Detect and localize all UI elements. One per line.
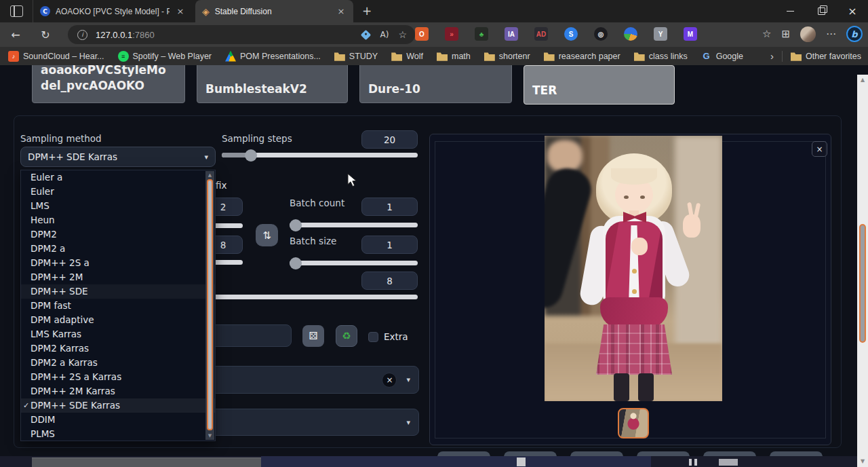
collections-icon[interactable]: ⊞ bbox=[781, 28, 790, 40]
page-scrollbar-thumb[interactable] bbox=[859, 224, 866, 343]
adblock-extension-icon[interactable]: AD bbox=[534, 27, 548, 41]
bookmarks-overflow-icon[interactable]: › bbox=[770, 50, 774, 62]
bookmark-item[interactable]: POM Presentations... bbox=[225, 51, 321, 62]
y-extension-icon[interactable]: Y bbox=[654, 27, 667, 41]
tab-close-icon[interactable]: × bbox=[336, 6, 347, 16]
scroll-up-icon[interactable]: ▲ bbox=[205, 172, 214, 178]
dropdown-option-euler-a[interactable]: Euler a bbox=[21, 170, 215, 185]
gallery-action-button[interactable] bbox=[703, 451, 756, 456]
scroll-up-icon[interactable]: ▲ bbox=[857, 77, 868, 83]
tab-stable-diffusion[interactable]: ◈ Stable Diffusion × bbox=[195, 0, 353, 22]
batch-count-slider-handle[interactable] bbox=[290, 219, 302, 231]
copilot-icon[interactable]: b bbox=[846, 26, 863, 42]
refresh-button[interactable]: ↻ bbox=[35, 29, 56, 41]
speed-extension-icon[interactable]: » bbox=[445, 27, 458, 41]
batch-size-slider-handle[interactable] bbox=[290, 257, 302, 269]
pin-extension-icon[interactable]: ◎ bbox=[594, 27, 608, 41]
workspaces-icon[interactable] bbox=[10, 5, 23, 17]
read-aloud-icon[interactable]: A) bbox=[380, 30, 389, 39]
dropdown-option-dpm-2m[interactable]: DPM++ 2M bbox=[21, 270, 215, 284]
globe-extension-icon[interactable] bbox=[624, 27, 637, 41]
sampling-method-select[interactable]: DPM++ SDE Karras ▾ bbox=[20, 147, 216, 167]
gallery-action-button[interactable] bbox=[504, 451, 557, 456]
tab-aoaoko[interactable]: C AOAOKO [PVC Style Model] - PV × bbox=[33, 0, 193, 22]
bookmark-item[interactable]: shortenr bbox=[484, 51, 530, 62]
dropdown-option-dpm2-karras[interactable]: DPM2 Karras bbox=[21, 341, 215, 356]
batch-size-input[interactable]: 1 bbox=[361, 236, 418, 254]
batch-count-slider[interactable] bbox=[290, 223, 418, 227]
close-button[interactable]: × bbox=[837, 0, 868, 22]
cfg-scale-slider[interactable] bbox=[203, 295, 418, 299]
add-favorite-icon[interactable]: ☆ bbox=[398, 29, 407, 40]
bookmark-item[interactable]: STUDY bbox=[334, 51, 378, 62]
dropdown-option-dpm-fast[interactable]: DPM fast bbox=[21, 299, 215, 313]
scroll-down-icon[interactable]: ▼ bbox=[857, 458, 868, 464]
site-info-icon[interactable]: i bbox=[77, 30, 87, 40]
dropdown-option-dpm2-a-karras[interactable]: DPM2 a Karras bbox=[21, 356, 215, 370]
ia-extension-icon[interactable]: IA bbox=[505, 27, 518, 41]
cfg-scale-input[interactable]: 8 bbox=[361, 272, 418, 290]
dropdown-option-dpm-2s-a-karras[interactable]: DPM++ 2S a Karras bbox=[21, 370, 215, 384]
dropdown-scrollbar-thumb[interactable] bbox=[207, 179, 213, 430]
dropdown-option-dpm2[interactable]: DPM2 bbox=[21, 227, 215, 242]
dropdown-option-lms[interactable]: LMS bbox=[21, 199, 215, 213]
bookmark-item[interactable]: ≡Spotify – Web Player bbox=[118, 51, 212, 62]
bookmark-item[interactable]: math bbox=[437, 51, 471, 62]
profile-avatar[interactable] bbox=[800, 26, 816, 42]
sampling-steps-input[interactable]: 20 bbox=[361, 130, 418, 149]
extra-seed-checkbox[interactable] bbox=[368, 332, 378, 342]
model-card-dure10[interactable]: Dure-10 bbox=[359, 65, 512, 103]
bookmark-item[interactable]: Wolf bbox=[391, 51, 423, 62]
gallery-thumbnail-selected[interactable] bbox=[618, 408, 649, 438]
dropdown-scrollbar[interactable]: ▲ ▼ bbox=[205, 171, 214, 440]
shopping-tag-icon[interactable] bbox=[360, 29, 371, 40]
address-bar[interactable]: i 127.0.0.1:7860 A) ☆ bbox=[68, 25, 415, 44]
gallery-action-button[interactable] bbox=[437, 451, 490, 456]
dropdown-option-dpm-2m-karras[interactable]: DPM++ 2M Karras bbox=[21, 384, 215, 398]
script-select[interactable]: ▾ bbox=[203, 409, 419, 436]
minimize-button[interactable] bbox=[774, 0, 806, 22]
new-tab-button[interactable]: + bbox=[362, 4, 372, 18]
gallery-action-button[interactable] bbox=[570, 451, 623, 456]
bookmark-item[interactable]: reasearch paper bbox=[544, 51, 620, 62]
orange-o-extension-icon[interactable]: O bbox=[415, 27, 429, 41]
green-monster-extension-icon[interactable]: ♣ bbox=[475, 27, 488, 41]
favorites-icon[interactable]: ☆ bbox=[762, 28, 771, 40]
scroll-down-icon[interactable]: ▼ bbox=[205, 433, 214, 438]
gallery-action-button[interactable] bbox=[637, 451, 690, 456]
back-button[interactable]: ← bbox=[5, 29, 26, 41]
dropdown-option-ddim[interactable]: DDIM bbox=[21, 413, 215, 427]
dropdown-option-heun[interactable]: Heun bbox=[21, 213, 215, 227]
shazam-extension-icon[interactable]: S bbox=[564, 27, 578, 41]
styles-select[interactable]: × ▾ bbox=[203, 366, 419, 394]
gallery-action-button[interactable] bbox=[770, 451, 823, 456]
page-scrollbar[interactable]: ▲ ▼ bbox=[857, 75, 868, 467]
bookmark-item[interactable]: ♪SoundCloud – Hear... bbox=[8, 51, 104, 62]
dropdown-option-dpm2-a[interactable]: DPM2 a bbox=[21, 242, 215, 256]
swap-dimensions-button[interactable]: ⇅ bbox=[256, 224, 278, 246]
dropdown-option-euler[interactable]: Euler bbox=[21, 185, 215, 199]
reuse-seed-recycle-button[interactable]: ♻ bbox=[336, 325, 357, 347]
batch-size-slider[interactable] bbox=[290, 261, 418, 265]
generated-image[interactable] bbox=[545, 136, 722, 401]
dropdown-option-dpm-sde[interactable]: DPM++ SDE bbox=[21, 284, 215, 299]
more-menu-icon[interactable]: ⋯ bbox=[826, 28, 836, 40]
model-card-aoaoko[interactable]: aoaokoPVCStyleMo del_pvcAOAOKO bbox=[32, 65, 185, 103]
dropdown-option-dpm-2s-a[interactable]: DPM++ 2S a bbox=[21, 256, 215, 270]
m-extension-icon[interactable]: M bbox=[684, 27, 697, 41]
model-card-ter-selected[interactable]: TER bbox=[524, 65, 675, 105]
bookmark-item[interactable]: class links bbox=[634, 51, 688, 62]
other-favorites-button[interactable]: Other favorites bbox=[791, 51, 861, 62]
restore-button[interactable] bbox=[806, 0, 837, 22]
dropdown-option-dpm-adaptive[interactable]: DPM adaptive bbox=[21, 313, 215, 327]
batch-count-input[interactable]: 1 bbox=[361, 198, 418, 216]
dropdown-option-dpm-sde-karras[interactable]: ✓DPM++ SDE Karras bbox=[21, 398, 215, 413]
random-seed-dice-button[interactable]: ⚄ bbox=[302, 325, 324, 347]
seed-input[interactable] bbox=[203, 324, 292, 347]
dropdown-option-plms[interactable]: PLMS bbox=[21, 427, 215, 441]
bookmark-item[interactable]: GGoogle bbox=[701, 51, 743, 62]
model-card-bumblesteak[interactable]: BumblesteakV2 bbox=[197, 65, 348, 103]
close-gallery-button[interactable]: × bbox=[812, 141, 827, 157]
tab-close-icon[interactable]: × bbox=[175, 6, 186, 16]
dropdown-option-lms-karras[interactable]: LMS Karras bbox=[21, 327, 215, 341]
